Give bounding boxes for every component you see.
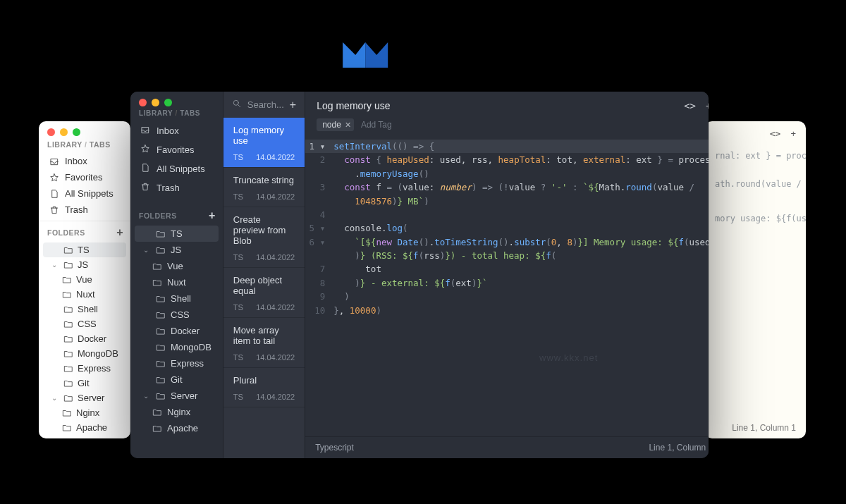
folder-vue[interactable]: Vue: [43, 272, 126, 287]
snippet-item[interactable]: Truncate string TS14.04.2022: [223, 168, 305, 207]
folder-nuxt[interactable]: Nuxt: [43, 287, 126, 302]
add-folder-button[interactable]: +: [116, 227, 123, 238]
folder-label: Express: [171, 358, 204, 369]
library-label: LIBRARY: [139, 109, 173, 117]
maximize-icon[interactable]: [164, 99, 172, 106]
status-text: Line 1, Column 1: [732, 423, 796, 433]
folder-express[interactable]: Express: [43, 361, 126, 376]
folder-icon: [63, 379, 73, 388]
chevron-down-icon[interactable]: ⌄: [50, 394, 59, 402]
folder-docker[interactable]: Docker: [43, 331, 126, 346]
minimize-icon[interactable]: [152, 99, 159, 106]
folder-mongodb[interactable]: MongoDB: [135, 339, 219, 355]
library-header: LIBRARY / TABS: [39, 139, 130, 153]
folder-label: Shell: [171, 293, 191, 304]
chevron-down-icon[interactable]: ⌄: [142, 246, 150, 254]
add-folder-button[interactable]: +: [209, 210, 216, 221]
snippet-item[interactable]: Plural TS14.04.2022: [223, 368, 305, 407]
window-controls[interactable]: [130, 92, 223, 108]
star-icon: [49, 173, 59, 183]
folder-js[interactable]: ⌄JS: [43, 257, 126, 272]
folder-vue[interactable]: Vue: [135, 258, 219, 274]
close-icon[interactable]: [139, 99, 147, 106]
folder-nginx[interactable]: Nginx: [135, 404, 219, 420]
folder-icon: [63, 393, 73, 403]
chevron-down-icon[interactable]: ⌄: [50, 261, 59, 269]
folder-icon: [155, 245, 166, 255]
close-icon[interactable]: [47, 128, 55, 136]
code-icon[interactable]: <>: [684, 100, 696, 111]
folder-nginx[interactable]: Nginx: [43, 405, 126, 420]
tag-chip[interactable]: node✕: [317, 118, 354, 131]
snippet-date: 14.04.2022: [256, 393, 295, 401]
folders-label: FOLDERS: [139, 211, 177, 220]
folder-mongodb[interactable]: MongoDB: [43, 346, 126, 361]
folder-icon: [61, 408, 72, 418]
add-fragment-button[interactable]: +: [706, 100, 709, 111]
folder-server[interactable]: ⌄Server: [43, 391, 126, 405]
editor-language[interactable]: Typescript: [315, 443, 354, 453]
snippet-item[interactable]: Log memory use TS14.04.2022: [223, 118, 305, 168]
folder-shell[interactable]: Shell: [43, 302, 126, 316]
folder-label: Vue: [167, 261, 183, 271]
trash-icon: [49, 205, 59, 215]
folder-shell[interactable]: Shell: [135, 290, 219, 307]
plus-icon[interactable]: +: [790, 128, 796, 139]
sidebar-item-all-snippets[interactable]: All Snippets: [39, 185, 130, 202]
folder-apache[interactable]: Apache: [43, 420, 126, 435]
sidebar-item-trash[interactable]: Trash: [130, 178, 223, 197]
folder-icon: [63, 319, 73, 329]
code-icon[interactable]: <>: [770, 128, 781, 139]
code-editor[interactable]: 1 ▾setInterval(() => { 2 const { heapUse…: [305, 137, 709, 436]
main-window: LIBRARY / TABS Inbox Favorites All Snipp…: [130, 92, 709, 458]
add-snippet-button[interactable]: +: [290, 99, 296, 111]
folder-ts[interactable]: TS: [135, 226, 219, 242]
folder-apache[interactable]: Apache: [135, 420, 219, 436]
snippet-title: Truncate string: [233, 175, 295, 185]
remove-tag-icon[interactable]: ✕: [345, 121, 351, 130]
folder-server[interactable]: ⌄Server: [135, 388, 219, 404]
code-line: ath.round(value /: [715, 177, 796, 191]
folder-nuxt[interactable]: Nuxt: [135, 274, 219, 290]
folder-ts[interactable]: TS: [43, 242, 126, 257]
maximize-icon[interactable]: [73, 128, 80, 136]
sidebar-item-inbox[interactable]: Inbox: [130, 121, 223, 140]
folder-label: CSS: [171, 309, 190, 320]
sidebar-item-label: Inbox: [65, 156, 87, 166]
folder-git[interactable]: Git: [135, 371, 219, 388]
snippet-item[interactable]: Create preview from Blob TS14.04.2022: [223, 207, 305, 268]
add-tag-input[interactable]: Add Tag: [361, 120, 392, 130]
sidebar-item-favorites[interactable]: Favorites: [39, 169, 130, 185]
folder-icon: [63, 364, 73, 374]
folder-css[interactable]: CSS: [135, 307, 219, 323]
chevron-down-icon[interactable]: ⌄: [142, 392, 150, 400]
editor-pane: Log memory use <> + node✕ Add Tag 1 ▾set…: [305, 92, 709, 458]
sidebar-item-all-snippets[interactable]: All Snippets: [130, 159, 223, 178]
sidebar-item-label: All Snippets: [157, 164, 205, 174]
sidebar-item-label: Trash: [157, 183, 180, 193]
folder-icon: [155, 294, 166, 304]
search-input[interactable]: Search...: [247, 99, 284, 110]
folder-icon: [155, 391, 166, 401]
sidebar-item-inbox[interactable]: Inbox: [39, 153, 130, 169]
folder-docker[interactable]: Docker: [135, 323, 219, 339]
folder-js[interactable]: ⌄JS: [135, 242, 219, 258]
search-icon: [232, 99, 242, 111]
snippet-date: 14.04.2022: [256, 303, 295, 312]
editor-title[interactable]: Log memory use: [317, 100, 390, 111]
snippet-list: Search... + Log memory use TS14.04.2022 …: [223, 92, 305, 458]
snippet-item[interactable]: Move array item to tail TS14.04.2022: [223, 318, 305, 368]
folder-git[interactable]: Git: [43, 376, 126, 391]
snippet-item[interactable]: Deep object equal TS14.04.2022: [223, 268, 305, 318]
snippet-lang: TS: [233, 353, 243, 362]
folder-icon: [152, 262, 162, 271]
sidebar-item-trash[interactable]: Trash: [39, 202, 130, 218]
window-controls[interactable]: [39, 121, 130, 139]
folder-css[interactable]: CSS: [43, 316, 126, 331]
folder-express[interactable]: Express: [135, 355, 219, 371]
sidebar-item-favorites[interactable]: Favorites: [130, 140, 223, 159]
tag-label: node: [322, 120, 341, 130]
minimize-icon[interactable]: [60, 128, 68, 136]
star-icon: [140, 144, 150, 156]
snippet-title: Log memory use: [233, 125, 295, 146]
